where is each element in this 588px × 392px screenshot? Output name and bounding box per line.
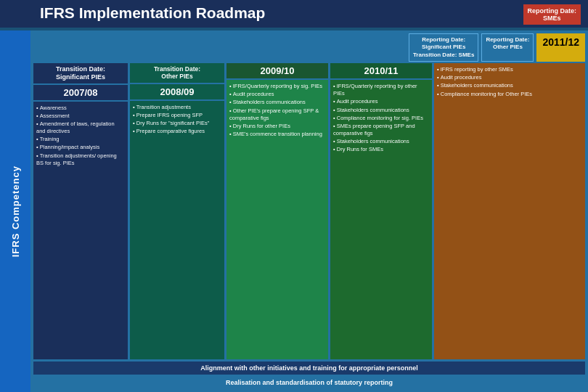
other-pies-line2: Other PIEs xyxy=(493,44,523,50)
col1-body: Awareness Assessment Amendment of laws, … xyxy=(33,102,128,359)
col2-year: 2008/09 xyxy=(130,84,224,99)
col1-header: Transition Date:Significant PIEs xyxy=(33,63,128,83)
sidebar: IFRS Competency xyxy=(0,30,30,392)
page-title: IFRS Implementation Roadmap xyxy=(40,4,265,22)
list-item: Training xyxy=(36,136,125,143)
col5-list: IFRS reporting by other SMEs Audit proce… xyxy=(437,66,582,98)
col3-list: IFRS/Quarterly reporting by sig. PIEs Au… xyxy=(229,83,325,138)
list-item: Audit procedures xyxy=(229,91,325,98)
list-item: Awareness xyxy=(36,105,125,112)
list-item: Audit procedures xyxy=(333,98,429,105)
sig-pies-line1: Reporting Date: xyxy=(422,36,465,43)
col5-body: IFRS reporting by other SMEs Audit proce… xyxy=(434,63,585,359)
reporting-smes-container: Reporting Date: SMEs xyxy=(523,4,581,25)
list-item: Transition adjustments xyxy=(133,104,221,111)
other-pies-line1: Reporting Date: xyxy=(486,36,529,43)
list-item: Planning/impact analysis xyxy=(36,144,125,151)
list-item: Stakeholders communications xyxy=(437,82,582,89)
col1-year: 2007/08 xyxy=(33,85,128,100)
list-item: Dry Runs for "significant PIEs" xyxy=(133,120,221,127)
col4-list: IFRS/Quarterly reporting by other PIEs A… xyxy=(333,83,429,153)
page: IFRS Implementation Roadmap Reporting Da… xyxy=(0,0,588,392)
col2-header: Transition Date:Other PIEs xyxy=(130,63,224,82)
list-item: Stakeholders communications xyxy=(333,107,429,114)
list-item: Compliance monitoring for Other PIEs xyxy=(437,91,582,98)
year-2011-badge: 2011/12 xyxy=(536,33,585,62)
other-pies-date-box: Reporting Date: Other PIEs xyxy=(481,33,534,62)
list-item: Other PIE's prepare opening SFP & compar… xyxy=(229,107,325,122)
column-2009: 2009/10 IFRS/Quarterly reporting by sig.… xyxy=(226,63,328,359)
col1-header-text: Transition Date:Significant PIEs xyxy=(56,65,105,81)
right-area: Reporting Date: Significant PIEs Transit… xyxy=(30,30,588,392)
list-item: Stakeholders communications xyxy=(229,99,325,106)
column-2008: Transition Date:Other PIEs 2008/09 Trans… xyxy=(130,63,224,359)
list-item: Dry Runs for SMEs xyxy=(333,146,429,153)
sig-pies-date-box: Reporting Date: Significant PIEs Transit… xyxy=(409,33,478,62)
columns-container: Transition Date:Significant PIEs 2007/08… xyxy=(33,63,585,359)
list-item: IFRS/Quarterly reporting by other PIEs xyxy=(333,83,429,97)
column-2011: IFRS reporting by other SMEs Audit proce… xyxy=(434,63,585,359)
col4-year: 2010/11 xyxy=(330,63,432,78)
list-item: SME's commence transition planning xyxy=(229,131,325,138)
bottom-banner-2: Realisation and standardisation of statu… xyxy=(33,376,585,389)
list-item: Amendment of laws, regulation and direct… xyxy=(36,121,125,135)
top-date-boxes: Reporting Date: Significant PIEs Transit… xyxy=(33,33,585,62)
main-area: IFRS Competency Reporting Date: Signific… xyxy=(0,30,588,392)
column-2007: Transition Date:Significant PIEs 2007/08… xyxy=(33,63,128,359)
header: IFRS Implementation Roadmap Reporting Da… xyxy=(0,0,588,28)
sig-pies-line2: Significant PIEs xyxy=(422,44,465,50)
sig-pies-line3: Transition Date: SMEs xyxy=(413,52,474,58)
list-item: Assessment xyxy=(36,113,125,120)
col2-list: Transition adjustments Prepare IFRS open… xyxy=(133,104,221,136)
col2-header-text: Transition Date:Other PIEs xyxy=(154,65,200,80)
list-item: Dry Runs for other PIEs xyxy=(229,123,325,130)
reporting-smes-sub: SMEs xyxy=(543,15,561,22)
list-item: Prepare IFRS opening SFP xyxy=(133,112,221,119)
list-item: Transition adjustments/ opening BS for s… xyxy=(36,152,125,167)
reporting-smes-label: Reporting Date: xyxy=(528,7,577,15)
list-item: Audit procedures xyxy=(437,74,582,81)
bottom-banner-1: Alignment with other initiatives and tra… xyxy=(33,362,585,375)
col3-year: 2009/10 xyxy=(226,63,328,78)
col2-body: Transition adjustments Prepare IFRS open… xyxy=(130,101,224,359)
sidebar-label: IFRS Competency xyxy=(10,166,21,257)
col4-body: IFRS/Quarterly reporting by other PIEs A… xyxy=(330,80,432,359)
col3-body: IFRS/Quarterly reporting by sig. PIEs Au… xyxy=(226,80,328,359)
list-item: IFRS/Quarterly reporting by sig. PIEs xyxy=(229,83,325,90)
list-item: Stakeholders communications xyxy=(333,138,429,145)
list-item: IFRS reporting by other SMEs xyxy=(437,66,582,73)
list-item: Compliance monitoring for sig. PIEs xyxy=(333,115,429,122)
reporting-smes-badge: Reporting Date: SMEs xyxy=(523,4,581,25)
bottom-banners: Alignment with other initiatives and tra… xyxy=(33,362,585,389)
list-item: SMEs prepare opening SFP and comparative… xyxy=(333,123,429,137)
column-2010: 2010/11 IFRS/Quarterly reporting by othe… xyxy=(330,63,432,359)
col1-list: Awareness Assessment Amendment of laws, … xyxy=(36,105,125,167)
list-item: Prepare comparative figures xyxy=(133,128,221,135)
